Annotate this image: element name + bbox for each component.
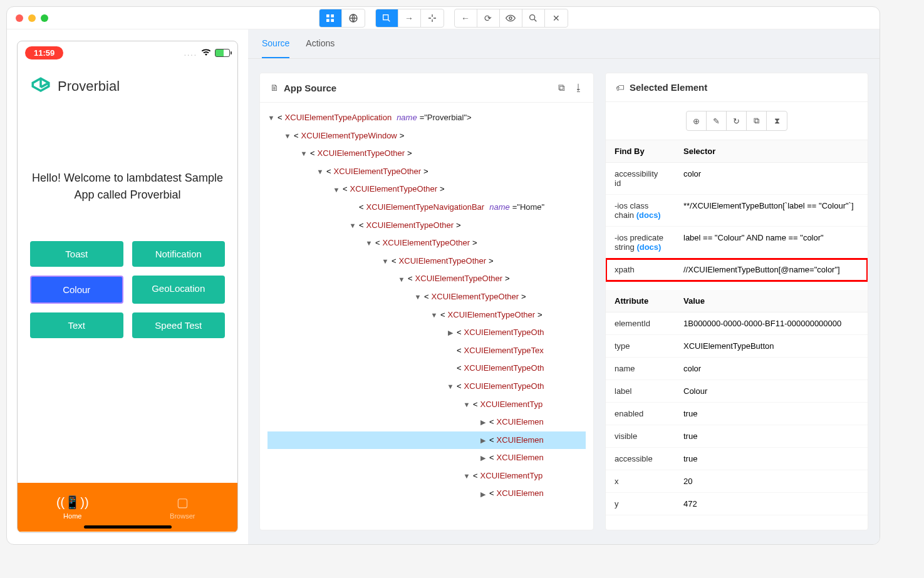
tree-node[interactable]: <XCUIElementTypeOther> bbox=[267, 217, 586, 235]
tree-node[interactable]: <XCUIElementTyp bbox=[267, 396, 586, 414]
timing-button[interactable]: ⧗ bbox=[767, 111, 787, 130]
tree-caret-icon[interactable] bbox=[414, 289, 422, 304]
select-element-button[interactable] bbox=[376, 9, 398, 27]
tree-node[interactable]: <XCUIElementTypeOther> bbox=[267, 270, 586, 288]
tree-caret-icon[interactable] bbox=[447, 325, 454, 340]
svg-rect-3 bbox=[331, 19, 334, 22]
tree-caret-icon[interactable] bbox=[463, 468, 470, 483]
send-keys-button[interactable]: ✎ bbox=[707, 111, 727, 130]
findby-row[interactable]: accessibility idcolor bbox=[606, 163, 868, 195]
tree-caret-icon[interactable] bbox=[333, 182, 340, 197]
close-window[interactable] bbox=[16, 14, 23, 22]
back-button[interactable]: ← bbox=[455, 9, 477, 27]
tree-node[interactable]: <XCUIElementTypeApplication name="Prover… bbox=[267, 109, 586, 127]
tree-node[interactable]: <XCUIElementTypeOther> bbox=[267, 288, 586, 306]
findby-row[interactable]: -ios predicate string (docs)label == "Co… bbox=[606, 227, 868, 259]
battery-icon bbox=[215, 49, 230, 57]
nav-home[interactable]: ((📱)) Home bbox=[18, 483, 128, 532]
tree-caret-icon[interactable] bbox=[398, 272, 405, 287]
inspector-pane: Source Actions 🗎 App Source ⧉ ⭳ <XCUIEle… bbox=[248, 29, 880, 544]
tree-caret-icon[interactable] bbox=[300, 146, 308, 161]
maximize-window[interactable] bbox=[41, 14, 48, 22]
tree-caret-icon[interactable] bbox=[316, 164, 324, 179]
tree-node[interactable]: <XCUIElementTypeOther> bbox=[267, 306, 586, 324]
tree-caret-icon[interactable] bbox=[267, 110, 275, 125]
tap-coords-button[interactable] bbox=[421, 9, 444, 27]
svg-point-7 bbox=[530, 14, 535, 19]
refresh-button[interactable]: ⟳ bbox=[477, 9, 500, 27]
tree-node[interactable]: <XCUIElementTyp bbox=[267, 467, 586, 485]
tree-caret-icon[interactable] bbox=[479, 433, 487, 448]
colour-button[interactable]: Colour bbox=[30, 276, 123, 304]
device-screen[interactable]: 11:59 .... Proverbial Hello! Welcome to … bbox=[17, 41, 238, 533]
tab-actions[interactable]: Actions bbox=[306, 29, 335, 58]
tree-caret-icon[interactable] bbox=[284, 128, 291, 143]
search-button[interactable] bbox=[522, 9, 545, 27]
record-button[interactable] bbox=[500, 9, 522, 27]
home-icon: ((📱)) bbox=[56, 495, 89, 510]
tree-node[interactable]: <XCUIElementTypeOth bbox=[267, 359, 586, 378]
minimize-window[interactable] bbox=[28, 14, 36, 22]
notification-button[interactable]: Notification bbox=[132, 241, 226, 267]
docs-link[interactable]: (docs) bbox=[636, 210, 661, 220]
web-mode-button[interactable] bbox=[342, 9, 365, 27]
tree-node[interactable]: <XCUIElementTypeOther> bbox=[267, 252, 586, 271]
app-window: → ← ⟳ ✕ 11:59 .... bbox=[6, 6, 880, 545]
tree-node[interactable]: <XCUIElemen bbox=[267, 449, 586, 467]
tree-caret-icon[interactable] bbox=[349, 218, 356, 233]
tree-caret-icon[interactable] bbox=[479, 415, 487, 430]
bottom-nav: ((📱)) Home ▢ Browser bbox=[18, 483, 237, 532]
download-xml-button[interactable]: ⭳ bbox=[574, 82, 583, 93]
geolocation-button[interactable]: GeoLocation bbox=[132, 276, 226, 304]
tree-node[interactable]: <XCUIElementTypeOther> bbox=[267, 180, 586, 199]
tree-node[interactable]: <XCUIElementTypeTex bbox=[267, 342, 586, 360]
tree-node[interactable]: <XCUIElemen bbox=[267, 431, 586, 450]
docs-link[interactable]: (docs) bbox=[636, 242, 661, 252]
find-by-table: Find BySelector accessibility idcolor-io… bbox=[606, 140, 868, 281]
tree-node[interactable]: <XCUIElemen bbox=[267, 485, 586, 503]
tree-caret-icon[interactable] bbox=[447, 379, 454, 394]
copy-xml-button[interactable]: ⧉ bbox=[558, 82, 565, 93]
attr-row: accessibletrue bbox=[606, 448, 868, 470]
tree-node[interactable]: <XCUIElementTypeOth bbox=[267, 324, 586, 342]
clear-button[interactable]: ↻ bbox=[727, 111, 747, 130]
time-pill: 11:59 bbox=[25, 46, 63, 59]
tree-caret-icon[interactable] bbox=[382, 254, 389, 269]
attr-row: y472 bbox=[606, 493, 868, 515]
tree-caret-icon[interactable] bbox=[365, 235, 373, 250]
swipe-button[interactable]: → bbox=[398, 9, 421, 27]
tree-caret-icon[interactable] bbox=[430, 307, 438, 323]
tree-node[interactable]: <XCUIElementTypeOther> bbox=[267, 145, 586, 163]
traffic-lights bbox=[16, 14, 48, 22]
wifi-icon bbox=[201, 48, 211, 58]
findby-row[interactable]: -ios class chain (docs)**/XCUIElementTyp… bbox=[606, 195, 868, 227]
copy-attrs-button[interactable]: ⧉ bbox=[747, 111, 767, 130]
app-header: Proverbial bbox=[18, 65, 237, 101]
tap-element-button[interactable]: ⊕ bbox=[687, 111, 707, 130]
tree-node[interactable]: <XCUIElementTypeWindow> bbox=[267, 127, 586, 145]
tree-node[interactable]: <XCUIElementTypeOther> bbox=[267, 234, 586, 252]
text-button[interactable]: Text bbox=[30, 312, 123, 338]
welcome-text: Hello! Welcome to lambdatest Sample App … bbox=[30, 170, 225, 204]
tree-node[interactable]: <XCUIElementTypeOther> bbox=[267, 163, 586, 181]
source-tree[interactable]: <XCUIElementTypeApplication name="Prover… bbox=[260, 103, 593, 530]
nav-browser[interactable]: ▢ Browser bbox=[128, 483, 238, 532]
findby-row[interactable]: xpath//XCUIElementTypeButton[@name="colo… bbox=[606, 259, 868, 281]
tree-caret-icon[interactable] bbox=[479, 487, 487, 502]
button-grid: Toast Notification Colour GeoLocation Te… bbox=[30, 241, 225, 338]
tree-node[interactable]: <XCUIElementTypeOth bbox=[267, 378, 586, 396]
dots-icon: .... bbox=[184, 49, 197, 58]
attr-row: namecolor bbox=[606, 358, 868, 380]
titlebar: → ← ⟳ ✕ bbox=[7, 7, 880, 29]
tree-caret-icon[interactable] bbox=[479, 450, 487, 465]
file-icon: 🗎 bbox=[270, 83, 279, 93]
toast-button[interactable]: Toast bbox=[30, 241, 123, 267]
svg-rect-1 bbox=[331, 14, 334, 18]
speedtest-button[interactable]: Speed Test bbox=[132, 312, 226, 338]
quit-button[interactable]: ✕ bbox=[545, 9, 568, 27]
tab-source[interactable]: Source bbox=[262, 29, 289, 58]
native-mode-button[interactable] bbox=[319, 9, 342, 27]
tree-node[interactable]: <XCUIElementTypeNavigationBar name="Home… bbox=[267, 199, 586, 217]
tree-node[interactable]: <XCUIElemen bbox=[267, 413, 586, 431]
tree-caret-icon[interactable] bbox=[463, 397, 470, 412]
